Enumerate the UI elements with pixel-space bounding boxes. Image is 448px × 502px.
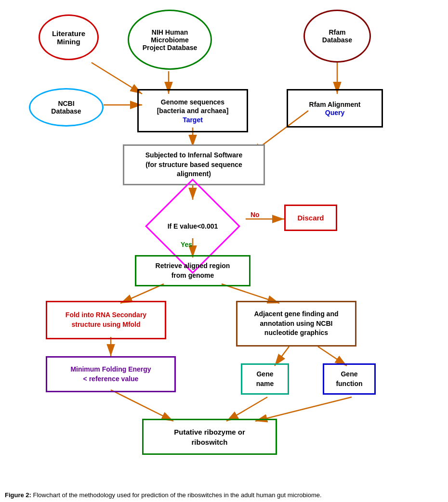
genome-sequences-node: Genome sequences[bacteria and archaea] T… [137, 89, 248, 132]
literature-mining-node: Literature Mining [39, 14, 99, 60]
svg-line-16 [275, 347, 289, 366]
retrieve-node: Retrieve aligned regionfrom genome [135, 255, 250, 286]
diagram-container: Literature Mining NIH Human Microbiome P… [0, 0, 448, 476]
caption-bold: Figure 2: [5, 491, 31, 499]
e-value-label: If E value<0.001 [168, 222, 218, 230]
yes-label: Yes [181, 241, 192, 248]
svg-line-18 [111, 390, 173, 421]
svg-line-17 [318, 347, 347, 366]
svg-line-4 [92, 63, 142, 94]
gene-function-node: Genefunction [323, 363, 376, 395]
retrieve-label: Retrieve aligned regionfrom genome [156, 261, 230, 280]
adjacent-gene-label: Adjacent gene finding andannotation usin… [254, 309, 338, 338]
putative-node: Putative ribozyme orriboswitch [142, 419, 277, 455]
fold-rna-node: Fold into RNA Secondarystructure using M… [46, 301, 166, 339]
nih-database-label: NIH Human Microbiome Project Database [143, 28, 198, 51]
infernal-label: Subjected to Infernal Software(for struc… [143, 148, 245, 181]
ncbi-database-label: NCBI Database [51, 100, 81, 115]
fold-rna-label: Fold into RNA Secondarystructure using M… [66, 310, 146, 329]
literature-mining-label: Literature Mining [52, 29, 85, 46]
genome-sequences-sublabel: Target [183, 116, 203, 124]
adjacent-gene-node: Adjacent gene finding andannotation usin… [236, 301, 356, 347]
gene-function-label: Genefunction [336, 370, 362, 388]
discard-label: Discard [297, 214, 324, 222]
min-folding-node: Minimum Folding Energy< reference value [46, 356, 176, 392]
figure-caption: Figure 2: Flowchart of the methodology u… [5, 491, 443, 500]
rfam-database-node: Rfam Database [303, 10, 371, 63]
infernal-node: Subjected to Infernal Software(for struc… [123, 144, 265, 185]
rfam-alignment-sublabel: Query [325, 109, 344, 116]
gene-name-label: Genename [256, 370, 274, 388]
svg-line-13 [120, 284, 164, 303]
rfam-alignment-label: Rfam Alignment [309, 100, 361, 109]
rfam-alignment-node: Rfam Alignment Query [287, 89, 383, 128]
min-folding-label: Minimum Folding Energy< reference value [70, 365, 151, 384]
genome-sequences-label: Genome sequences[bacteria and archaea] [157, 98, 229, 115]
svg-line-19 [226, 397, 267, 421]
ncbi-database-node: NCBI Database [29, 88, 104, 127]
caption-text: Flowchart of the methodology used for pr… [31, 491, 322, 499]
e-value-diamond: If E value<0.001 [135, 200, 250, 253]
putative-label: Putative ribozyme orriboswitch [174, 427, 245, 447]
svg-line-14 [222, 284, 279, 303]
rfam-database-label: Rfam Database [322, 28, 352, 44]
nih-database-node: NIH Human Microbiome Project Database [128, 10, 212, 70]
gene-name-node: Genename [241, 363, 289, 395]
no-label: No [250, 211, 260, 219]
discard-node: Discard [284, 205, 337, 231]
svg-line-20 [255, 397, 352, 421]
